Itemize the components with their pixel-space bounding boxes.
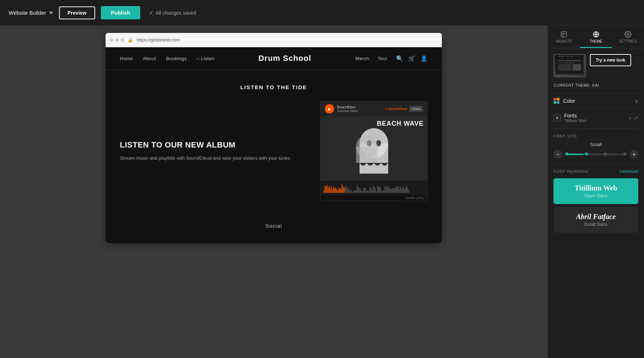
wave-bar bbox=[361, 190, 362, 193]
slider-track[interactable] bbox=[565, 154, 627, 155]
nav-about[interactable]: About bbox=[143, 56, 156, 61]
wave-bar bbox=[346, 186, 347, 193]
wave-bar bbox=[352, 192, 353, 193]
color-cell-red bbox=[553, 98, 556, 101]
nav-merch[interactable]: Merch bbox=[355, 56, 369, 61]
album-text: LISTEN TO OUR NEW ALBUM Stream music and… bbox=[120, 140, 306, 162]
social-label: Social bbox=[120, 223, 428, 229]
sc-play-button[interactable]: ▶ bbox=[325, 104, 334, 113]
font-size-slider: − + bbox=[553, 150, 638, 159]
wave-bar bbox=[377, 185, 378, 193]
brand-label: Website Builder bbox=[9, 10, 46, 16]
nav-bookings[interactable]: Bookings bbox=[166, 56, 186, 61]
theme-thumbnail bbox=[553, 54, 586, 77]
font-pairing-titillium[interactable]: Titillium Web Open Sans bbox=[553, 178, 638, 204]
wave-bar bbox=[362, 191, 363, 193]
slider-dot-3 bbox=[604, 153, 607, 155]
wave-bar bbox=[382, 191, 383, 193]
browser-url: https://gdsbrtest.com bbox=[137, 37, 180, 43]
sc-cookie-text: Cookie policy bbox=[405, 196, 424, 200]
wave-bar bbox=[330, 188, 331, 193]
wave-bar bbox=[379, 186, 380, 193]
user-icon[interactable]: 👤 bbox=[420, 55, 428, 62]
font-size-increase-button[interactable]: + bbox=[630, 150, 638, 159]
nav-tour[interactable]: Tour bbox=[378, 56, 387, 61]
publish-button[interactable]: Publish bbox=[101, 6, 140, 19]
nav-listen[interactable]: – Listen bbox=[197, 56, 215, 61]
wave-bar bbox=[356, 190, 356, 193]
nav-icons: 🔍 🛒 👤 bbox=[396, 55, 428, 62]
pairing-primary-1: Titillium Web bbox=[559, 184, 633, 192]
ghost-svg bbox=[352, 124, 395, 174]
svg-rect-14 bbox=[558, 55, 565, 57]
browser-dot-yellow bbox=[115, 38, 119, 42]
nav-home[interactable]: Home bbox=[120, 56, 133, 61]
color-chevron-icon: ∨ bbox=[635, 98, 638, 104]
svg-rect-21 bbox=[572, 64, 581, 71]
wave-bar bbox=[403, 186, 404, 193]
wave-bar bbox=[407, 187, 408, 193]
fonts-actions: ↙ ⤢ bbox=[629, 115, 638, 121]
wave-bar bbox=[408, 190, 409, 193]
sc-info: BeachBlare Summer Dens bbox=[337, 105, 358, 113]
search-icon[interactable]: 🔍 bbox=[396, 55, 403, 62]
svg-rect-17 bbox=[575, 55, 581, 57]
sc-header-right: ● SoundCloud Share bbox=[385, 106, 423, 112]
font-info: Fonts Titillium Web bbox=[564, 113, 586, 123]
brand-selector[interactable]: Website Builder bbox=[9, 10, 53, 16]
font-size-section: FONT SIZE Small − + bbox=[553, 129, 638, 164]
current-theme-prefix: CURRENT THEME: bbox=[553, 83, 591, 87]
wave-bar bbox=[337, 190, 338, 193]
wave-bar bbox=[342, 184, 342, 193]
browser-bar: 🔒 https://gdsbrtest.com bbox=[106, 33, 442, 47]
sc-image-area: BEACH WAVE bbox=[321, 116, 427, 181]
tab-website[interactable]: WEBSITE bbox=[548, 26, 580, 48]
try-new-look-button[interactable]: Try a new look bbox=[590, 54, 631, 66]
wave-bar bbox=[402, 189, 402, 193]
cart-icon[interactable]: 🛒 bbox=[408, 55, 415, 62]
sc-logo: ● SoundCloud bbox=[385, 107, 407, 111]
color-cell-orange bbox=[557, 98, 560, 101]
wave-bar bbox=[364, 188, 365, 193]
wave-bar bbox=[378, 187, 379, 193]
browser-dots bbox=[110, 38, 124, 42]
wave-bar bbox=[380, 188, 381, 193]
wave-bar bbox=[331, 187, 332, 193]
slider-dot-1 bbox=[566, 153, 569, 155]
fonts-sub: Titillium Web bbox=[564, 118, 586, 123]
browser-frame: 🔒 https://gdsbrtest.com Home About Booki… bbox=[106, 33, 442, 243]
svg-rect-19 bbox=[558, 63, 574, 63]
wave-bar bbox=[332, 190, 333, 193]
website-content: Home About Bookings – Listen Drum School… bbox=[106, 47, 442, 243]
wave-bar bbox=[338, 188, 339, 193]
tab-settings[interactable]: SETTINGS bbox=[612, 26, 644, 48]
font-pairings-header: FONT PAIRINGS Advanced bbox=[553, 169, 638, 174]
tab-settings-label: SETTINGS bbox=[619, 39, 637, 43]
advanced-link[interactable]: Advanced bbox=[619, 169, 638, 174]
tab-theme[interactable]: THEME bbox=[580, 26, 612, 48]
fonts-section-header: A Fonts Titillium Web ↙ ⤢ bbox=[553, 113, 638, 123]
wave-bar bbox=[345, 187, 346, 193]
album-heading: LISTEN TO OUR NEW ALBUM bbox=[120, 140, 306, 150]
wave-bar bbox=[360, 189, 361, 193]
svg-point-11 bbox=[627, 34, 629, 35]
color-cell-green bbox=[553, 101, 556, 104]
wave-bar bbox=[374, 187, 375, 193]
preview-button[interactable]: Preview bbox=[59, 6, 95, 19]
wave-bar bbox=[349, 190, 350, 193]
wave-bar bbox=[344, 188, 345, 193]
sc-footer: Cookie policy bbox=[321, 195, 427, 201]
wave-bar bbox=[393, 188, 394, 193]
wave-bar bbox=[386, 186, 386, 193]
sc-share-button[interactable]: Share bbox=[409, 106, 423, 112]
font-pairing-abril[interactable]: Abril Fatface Droid Sans bbox=[553, 207, 638, 233]
font-size-decrease-button[interactable]: − bbox=[553, 150, 562, 159]
right-panel-body: Try a new look CURRENT THEME: KAI Color bbox=[548, 48, 644, 358]
wave-bar bbox=[375, 188, 376, 193]
pairing-primary-2: Abril Fatface bbox=[559, 213, 633, 221]
wave-bar bbox=[372, 190, 372, 193]
wave-bar bbox=[376, 192, 377, 193]
wave-bar bbox=[400, 186, 400, 193]
fonts-expand-icon[interactable]: ⤢ bbox=[634, 115, 638, 121]
color-section[interactable]: Color ∨ bbox=[553, 93, 638, 108]
